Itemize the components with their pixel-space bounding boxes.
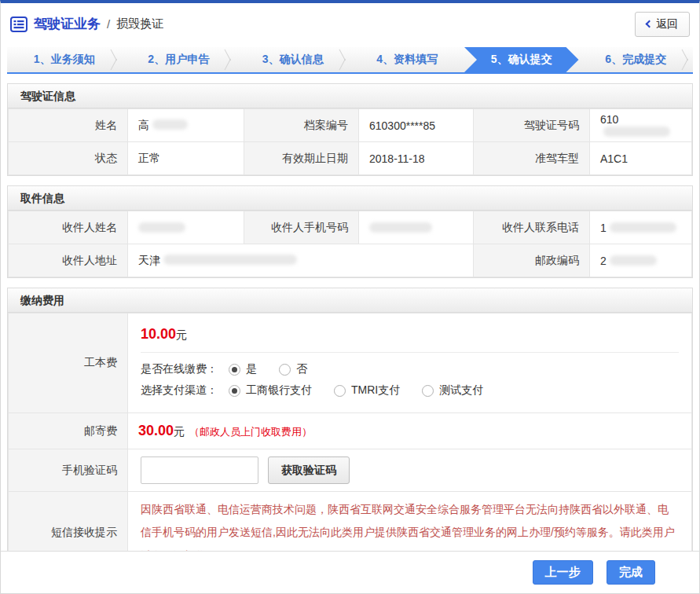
page-container: 驾驶证业务 / 损毁换证 返回 1、业务须知 2、用户申告 3、确认信息 4、资… bbox=[0, 0, 700, 594]
license-info-table: 姓名 高 档案编号 610300****85 驾驶证号码 610 状态 正常 有… bbox=[8, 108, 692, 175]
name-value: 高 bbox=[128, 109, 244, 142]
step-5-confirm-submit[interactable]: 5、确认提交 bbox=[464, 47, 579, 72]
fees-section: 缴纳费用 工本费 10.00元 是否在线缴费： 是 否 选择支付渠道： bbox=[7, 288, 693, 575]
step-3-confirm-info[interactable]: 3、确认信息 bbox=[236, 47, 350, 72]
pickup-section-title: 取件信息 bbox=[8, 186, 692, 211]
fees-section-title: 缴纳费用 bbox=[8, 288, 692, 313]
file-number-value: 610300****85 bbox=[359, 109, 474, 142]
production-fee-label: 工本费 bbox=[9, 314, 128, 413]
radio-online-no[interactable] bbox=[279, 364, 291, 376]
chevron-left-icon bbox=[646, 20, 654, 28]
table-row: 姓名 高 档案编号 610300****85 驾驶证号码 610 bbox=[9, 109, 692, 142]
recipient-phone-label: 收件人联系电话 bbox=[474, 211, 590, 244]
redacted-value bbox=[138, 222, 185, 233]
footer-action-bar: 上一步 完成 bbox=[1, 551, 699, 593]
back-button-label: 返回 bbox=[656, 17, 678, 30]
pay-channel-question: 选择支付渠道： bbox=[141, 383, 218, 398]
status-value: 正常 bbox=[128, 142, 244, 175]
file-number-label: 档案编号 bbox=[244, 109, 359, 142]
recipient-address-label: 收件人地址 bbox=[9, 244, 128, 277]
license-info-section: 驾驶证信息 姓名 高 档案编号 610300****85 驾驶证号码 610 状… bbox=[7, 83, 693, 176]
step-1-business-notice[interactable]: 1、业务须知 bbox=[7, 47, 122, 72]
online-pay-radio-group: 是否在线缴费： 是 否 bbox=[141, 362, 679, 376]
radio-channel-tmri-label[interactable]: TMRI支付 bbox=[351, 383, 400, 398]
finish-button[interactable]: 完成 bbox=[607, 560, 655, 585]
license-number-label: 驾驶证号码 bbox=[474, 109, 590, 142]
radio-online-yes[interactable] bbox=[229, 364, 240, 376]
production-fee-cell: 10.00元 是否在线缴费： 是 否 选择支付渠道： 工商银行支付 bbox=[128, 314, 692, 413]
recipient-phone-value: 1 bbox=[590, 211, 692, 244]
radio-channel-tmri[interactable] bbox=[334, 385, 346, 397]
sms-code-input[interactable] bbox=[141, 456, 258, 484]
recipient-name-label: 收件人姓名 bbox=[9, 211, 128, 244]
license-section-title: 驾驶证信息 bbox=[8, 84, 692, 108]
postcode-value: 2 bbox=[590, 244, 692, 277]
redacted-value bbox=[603, 126, 670, 137]
breadcrumb-current: 损毁换证 bbox=[116, 16, 163, 31]
postage-fee-cell: 30.00元（邮政人员上门收取费用） bbox=[128, 413, 692, 449]
recipient-name-value bbox=[128, 211, 244, 244]
step-6-complete-submit[interactable]: 6、完成提交 bbox=[579, 47, 694, 72]
postage-currency: 元 bbox=[174, 425, 185, 438]
name-label: 姓名 bbox=[9, 109, 128, 142]
online-pay-question: 是否在线缴费： bbox=[141, 362, 218, 376]
expiry-label: 有效期止日期 bbox=[244, 142, 359, 175]
postcode-label: 邮政编码 bbox=[474, 244, 590, 277]
expiry-value: 2018-11-18 bbox=[359, 142, 474, 175]
pickup-info-section: 取件信息 收件人姓名 收件人手机号码 收件人联系电话 1 收件人地址 天津 邮政… bbox=[7, 185, 693, 278]
recipient-mobile-value bbox=[359, 211, 474, 244]
recipient-address-value: 天津 bbox=[128, 244, 474, 277]
redacted-value bbox=[163, 255, 297, 265]
get-code-button[interactable]: 获取验证码 bbox=[268, 456, 350, 484]
radio-channel-test[interactable] bbox=[422, 385, 434, 397]
wizard-step-bar: 1、业务须知 2、用户申告 3、确认信息 4、资料填写 5、确认提交 6、完成提… bbox=[7, 47, 693, 74]
step-2-user-declaration[interactable]: 2、用户申告 bbox=[122, 47, 236, 72]
breadcrumb: 驾驶证业务 / 损毁换证 bbox=[10, 15, 690, 33]
divider bbox=[141, 352, 679, 353]
redacted-value bbox=[610, 222, 676, 233]
postage-fee-label: 邮寄费 bbox=[9, 413, 128, 449]
pickup-info-table: 收件人姓名 收件人手机号码 收件人联系电话 1 收件人地址 天津 邮政编码 2 bbox=[8, 211, 692, 277]
radio-online-no-label[interactable]: 否 bbox=[296, 362, 307, 376]
postage-fee-amount: 30.00 bbox=[138, 423, 174, 438]
table-row: 收件人姓名 收件人手机号码 收件人联系电话 1 bbox=[9, 211, 692, 244]
status-label: 状态 bbox=[9, 142, 128, 175]
radio-channel-test-label[interactable]: 测试支付 bbox=[439, 383, 483, 398]
step-4-fill-data[interactable]: 4、资料填写 bbox=[350, 47, 465, 72]
redacted-value bbox=[610, 255, 657, 266]
postage-note: （邮政人员上门收取费用） bbox=[189, 426, 312, 438]
pay-channel-radio-group: 选择支付渠道： 工商银行支付 TMRI支付 测试支付 bbox=[141, 383, 679, 398]
radio-online-yes-label[interactable]: 是 bbox=[246, 362, 257, 376]
table-row: 状态 正常 有效期止日期 2018-11-18 准驾车型 A1C1 bbox=[9, 142, 692, 175]
vehicle-type-label: 准驾车型 bbox=[474, 142, 590, 175]
top-bar: 驾驶证业务 / 损毁换证 返回 bbox=[1, 3, 699, 47]
redacted-value bbox=[152, 119, 188, 130]
production-fee-amount: 10.00元 bbox=[141, 321, 679, 350]
table-row: 工本费 10.00元 是否在线缴费： 是 否 选择支付渠道： 工商银行支付 bbox=[9, 314, 692, 413]
redacted-value bbox=[369, 222, 432, 233]
table-row: 收件人地址 天津 邮政编码 2 bbox=[9, 244, 692, 277]
license-number-value: 610 bbox=[590, 109, 692, 142]
sms-code-cell: 获取验证码 bbox=[128, 449, 692, 492]
table-row: 邮寄费 30.00元（邮政人员上门收取费用） bbox=[9, 413, 692, 449]
fees-table: 工本费 10.00元 是否在线缴费： 是 否 选择支付渠道： 工商银行支付 bbox=[8, 313, 692, 574]
radio-channel-icbc[interactable] bbox=[229, 385, 240, 397]
breadcrumb-separator: / bbox=[107, 17, 110, 31]
form-list-icon bbox=[10, 16, 27, 32]
vehicle-type-value: A1C1 bbox=[590, 142, 692, 175]
back-button[interactable]: 返回 bbox=[635, 12, 690, 37]
recipient-mobile-label: 收件人手机号码 bbox=[244, 211, 359, 244]
page-title: 驾驶证业务 bbox=[34, 15, 101, 33]
radio-channel-icbc-label[interactable]: 工商银行支付 bbox=[246, 383, 312, 398]
sms-code-label: 手机验证码 bbox=[9, 449, 128, 492]
table-row: 手机验证码 获取验证码 bbox=[9, 449, 692, 492]
previous-step-button[interactable]: 上一步 bbox=[533, 560, 593, 585]
